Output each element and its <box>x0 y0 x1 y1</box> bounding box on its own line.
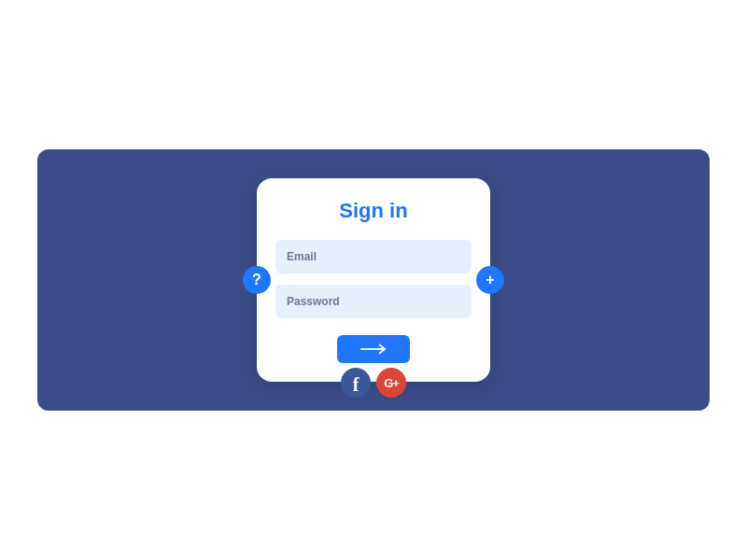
help-button[interactable]: ? <box>243 266 271 294</box>
login-panel-background: Sign in ? + f G+ <box>37 149 710 411</box>
arrow-right-icon <box>359 343 388 355</box>
google-login-button[interactable]: G+ <box>376 368 406 398</box>
submit-button[interactable] <box>337 335 410 363</box>
add-button[interactable]: + <box>476 266 504 294</box>
signin-card: Sign in ? + f G+ <box>257 178 490 382</box>
google-plus-icon: G+ <box>384 376 399 390</box>
email-field[interactable] <box>275 240 472 273</box>
facebook-login-button[interactable]: f <box>341 368 371 398</box>
plus-icon: + <box>486 272 494 288</box>
question-mark-icon: ? <box>252 272 261 288</box>
signin-title: Sign in <box>275 199 472 223</box>
facebook-icon: f <box>353 374 359 396</box>
password-field[interactable] <box>275 285 472 318</box>
social-login-row: f G+ <box>341 368 406 398</box>
